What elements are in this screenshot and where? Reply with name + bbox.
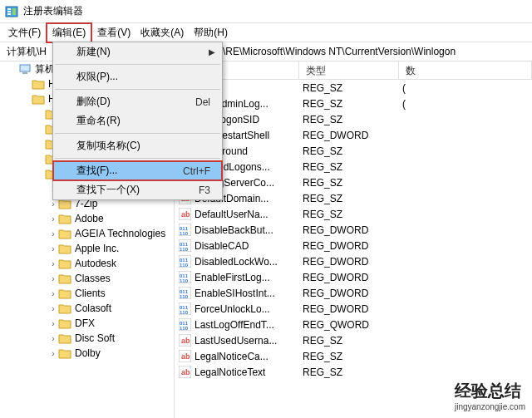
menu-item-findnext[interactable]: 查找下一个(X) F3 xyxy=(53,180,222,199)
expander-icon[interactable]: › xyxy=(48,319,58,328)
folder-icon xyxy=(58,243,71,254)
svg-text:110: 110 xyxy=(180,263,189,268)
folder-icon xyxy=(58,258,71,269)
tree-node[interactable]: ›DFX xyxy=(0,316,174,331)
col-type[interactable]: 类型 xyxy=(299,61,399,79)
tree-node[interactable]: ›Clients xyxy=(0,286,174,301)
value-type: REG_DWORD xyxy=(299,256,399,268)
tree-node[interactable]: ›Autodesk xyxy=(0,256,174,271)
registry-value-row[interactable]: abAutoAdminLog...REG_SZ( xyxy=(175,96,532,111)
expander-icon[interactable]: › xyxy=(48,259,58,268)
value-type: REG_SZ xyxy=(299,335,399,347)
svg-rect-6 xyxy=(22,72,27,74)
folder-icon xyxy=(58,317,71,329)
value-name: LastUsedUserna... xyxy=(195,335,277,347)
registry-value-row[interactable]: abCachedLogons...REG_SZ xyxy=(175,159,532,175)
string-icon: ab xyxy=(178,350,191,363)
menu-item-copykeyname[interactable]: 复制项名称(C) xyxy=(53,136,222,155)
svg-rect-4 xyxy=(12,8,16,15)
folder-icon xyxy=(58,228,71,239)
folder-icon xyxy=(32,78,45,90)
registry-value-row[interactable]: 011110DisableBackBut...REG_DWORD xyxy=(175,222,532,238)
menu-help[interactable]: 帮助(H) xyxy=(189,24,233,42)
value-type: REG_QWORD xyxy=(299,319,399,331)
tree-node[interactable]: ›Dolby xyxy=(0,346,174,361)
expander-icon[interactable]: › xyxy=(48,349,58,358)
expander-icon[interactable]: › xyxy=(48,199,58,209)
expander-icon[interactable]: › xyxy=(48,334,58,343)
expander-icon[interactable]: › xyxy=(48,229,58,239)
value-name: DisableBackBut... xyxy=(195,224,273,236)
registry-value-row[interactable]: abLegalNoticeTextREG_SZ xyxy=(175,364,532,380)
registry-value-row[interactable]: abLegalNoticeCa...REG_SZ xyxy=(175,348,532,364)
tree-label: AGEIA Technologies xyxy=(75,228,165,239)
expander-icon[interactable]: › xyxy=(48,244,58,253)
list-pane[interactable]: 名称 类型 数 ab(默认)REG_SZ(abAutoAdminLog...RE… xyxy=(175,61,532,418)
menu-item-permissions[interactable]: 权限(P)... xyxy=(53,67,222,86)
registry-value-row[interactable]: 011110AutoRestartShellREG_DWORD xyxy=(175,127,532,143)
svg-rect-3 xyxy=(7,13,11,15)
folder-icon xyxy=(18,63,32,75)
registry-value-row[interactable]: 011110EnableFirstLog...REG_DWORD xyxy=(175,269,532,285)
tree-node[interactable]: ›Apple Inc. xyxy=(0,241,174,256)
expander-icon[interactable]: › xyxy=(48,289,58,298)
tree-label: Classes xyxy=(75,273,111,284)
menu-item-rename[interactable]: 重命名(R) xyxy=(53,111,222,130)
value-type: REG_SZ xyxy=(299,351,399,362)
menu-edit[interactable]: 编辑(E) xyxy=(46,22,92,43)
expander-icon[interactable]: › xyxy=(48,214,58,224)
tree-label: Clients xyxy=(75,288,106,299)
value-name: ForceUnlockLo... xyxy=(195,303,270,315)
value-type: REG_SZ xyxy=(299,366,399,378)
menu-separator xyxy=(55,89,220,90)
registry-value-row[interactable]: abDefaultDomain...REG_SZ xyxy=(175,190,532,206)
registry-value-row[interactable]: 011110DisabledLockWo...REG_DWORD xyxy=(175,253,532,269)
svg-text:110: 110 xyxy=(180,278,189,283)
svg-text:ab: ab xyxy=(181,368,190,376)
regedit-icon xyxy=(5,5,18,18)
binary-icon: 011110 xyxy=(178,224,191,237)
menu-item-find[interactable]: 查找(F)... Ctrl+F xyxy=(53,161,222,180)
registry-value-row[interactable]: 011110DisableCADREG_DWORD xyxy=(175,238,532,253)
menu-separator xyxy=(55,64,220,65)
menu-favorites[interactable]: 收藏夹(A) xyxy=(135,24,189,42)
svg-text:ab: ab xyxy=(181,352,190,361)
value-type: REG_DWORD xyxy=(299,288,399,299)
svg-text:ab: ab xyxy=(181,337,190,345)
registry-value-row[interactable]: abLastUsedUserna...REG_SZ xyxy=(175,332,532,348)
binary-icon: 011110 xyxy=(178,239,191,253)
registry-value-row[interactable]: abDefaultUserNa...REG_SZ xyxy=(175,206,532,222)
tree-label: Disc Soft xyxy=(75,332,115,344)
tree-node[interactable]: ›Adobe xyxy=(0,211,174,226)
registry-value-row[interactable]: abBackgroundREG_SZ xyxy=(175,143,532,159)
registry-value-row[interactable]: 011110ForceUnlockLo...REG_DWORD xyxy=(175,301,532,317)
menu-item-new[interactable]: 新建(N) ▶ xyxy=(53,42,222,61)
registry-value-row[interactable]: ab(默认)REG_SZ( xyxy=(175,80,532,96)
tree-label: Dolby xyxy=(75,347,101,359)
folder-icon xyxy=(58,332,71,344)
binary-icon: 011110 xyxy=(178,271,191,284)
tree-node[interactable]: ›Classes xyxy=(0,271,174,286)
svg-text:110: 110 xyxy=(180,310,189,315)
svg-text:110: 110 xyxy=(180,231,189,236)
tree-node[interactable]: ›Disc Soft xyxy=(0,331,174,346)
menu-separator xyxy=(55,158,220,159)
menu-view[interactable]: 查看(V) xyxy=(92,24,135,42)
address-prefix: 计算机\H xyxy=(7,45,47,59)
menu-item-delete[interactable]: 删除(D) Del xyxy=(53,92,222,111)
value-data: ( xyxy=(399,98,532,110)
col-data[interactable]: 数 xyxy=(399,61,532,79)
menu-file[interactable]: 文件(F) xyxy=(3,24,46,42)
registry-value-row[interactable]: 011110EnableSIHostInt...REG_DWORD xyxy=(175,285,532,301)
registry-value-row[interactable]: 011110LastLogOffEndT...REG_QWORD xyxy=(175,317,532,332)
tree-node[interactable]: ›AGEIA Technologies xyxy=(0,226,174,241)
registry-value-row[interactable]: abAutoLogonSIDREG_SZ xyxy=(175,111,532,127)
value-type: REG_SZ xyxy=(299,98,399,110)
value-type: REG_SZ xyxy=(299,82,399,94)
value-type: REG_DWORD xyxy=(299,224,399,236)
binary-icon: 011110 xyxy=(178,302,191,316)
registry-value-row[interactable]: abDebugServerCo...REG_SZ xyxy=(175,175,532,190)
expander-icon[interactable]: › xyxy=(48,304,58,313)
tree-node[interactable]: ›Colasoft xyxy=(0,301,174,316)
expander-icon[interactable]: › xyxy=(48,274,58,283)
